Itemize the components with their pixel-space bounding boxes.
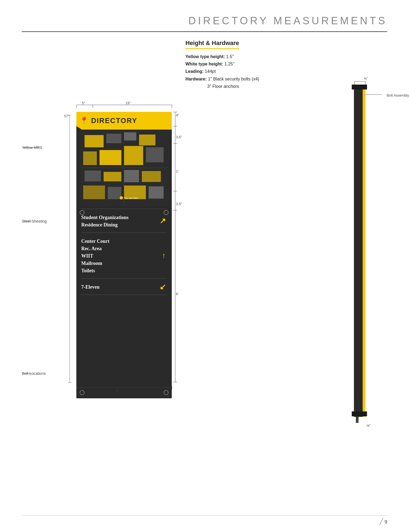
sign-item-toilets: Toilets <box>81 267 153 274</box>
svg-rect-14 <box>142 171 161 182</box>
dim-5-right-tick <box>93 105 93 108</box>
dim-3-4-right-tick <box>365 81 366 85</box>
sign-header-text: DIRECTORY <box>91 116 137 125</box>
divider-4 <box>81 295 167 295</box>
sign-body: 📍 DIRECTORY <box>76 112 172 398</box>
bolt-circle-bottom-right <box>164 390 169 395</box>
sign-item-rec-area: Rec. Area <box>81 245 153 252</box>
dim-5-left-tick <box>76 105 77 108</box>
svg-rect-7 <box>83 151 97 165</box>
spec-label-2: White type height: <box>185 62 223 66</box>
sign-item-residence-dining: Residence Dining <box>81 221 153 229</box>
svg-rect-6 <box>139 135 155 145</box>
bolt-locations-annotation: Bolt Locations <box>22 373 32 373</box>
sign-group-1: Student Organizations Residence Dining ↗ <box>81 209 167 232</box>
svg-rect-15 <box>83 186 105 199</box>
sign-map: You are here <box>79 130 169 206</box>
dim-3-5-bot-label: 3.5'' <box>176 202 182 206</box>
spec-value-5: 3" Floor anchors <box>207 84 239 89</box>
sign-item-mailroom: Mailroom <box>81 260 153 267</box>
pole-yellow-stripe <box>363 89 365 417</box>
dim-57-label: 57" <box>64 114 69 118</box>
bolt-bottom-hardware <box>352 411 367 416</box>
svg-rect-8 <box>100 150 121 165</box>
sign-content: Student Organizations Residence Dining ↗… <box>76 209 172 295</box>
dim-2ft-line <box>76 387 172 388</box>
svg-rect-9 <box>124 146 143 165</box>
pole-body <box>354 89 363 417</box>
arrow-1: ↗ <box>160 216 166 225</box>
dim-3_5-bot-vline <box>175 191 175 210</box>
yellow-mrs-label: Yellow MRS <box>22 145 42 150</box>
dim-6ft-label: 6' <box>176 292 179 296</box>
svg-point-19 <box>120 196 123 199</box>
sign-group-3: 7-Eleven ↙ <box>81 279 167 295</box>
svg-rect-18 <box>149 186 164 199</box>
bolt-assembly-label: Bolt Assembly <box>387 93 409 97</box>
dim-57-top-tick <box>68 115 71 115</box>
top-rule <box>22 31 387 32</box>
svg-rect-12 <box>104 172 121 181</box>
svg-rect-16 <box>108 187 121 199</box>
dim-4-vline <box>175 112 175 126</box>
spec-label-1: Yellow type height: <box>185 54 225 59</box>
page-num: 9 <box>384 519 387 525</box>
svg-rect-3 <box>85 135 104 147</box>
svg-text:You are here: You are here <box>124 197 138 199</box>
hardware-section: Height & Hardware Yellow type height: 1.… <box>185 40 376 90</box>
svg-rect-5 <box>124 132 136 141</box>
bolt-top-hardware <box>352 85 367 89</box>
sign-header: 📍 DIRECTORY <box>76 112 172 130</box>
spec-label-3: Leading: <box>185 69 204 74</box>
svg-rect-11 <box>85 171 101 181</box>
dim-6ft-vline <box>175 210 175 382</box>
spec-label-4: Hardware: <box>185 77 207 81</box>
spec-value-3: 144pt <box>204 69 216 74</box>
bottom-rule <box>22 515 387 516</box>
dim-6ft-bot <box>173 382 177 382</box>
hardware-specs: Yellow type height: 1.5'' White type hei… <box>185 53 376 90</box>
sign-item-7-eleven: 7-Eleven <box>81 283 153 291</box>
spec-value-1: 1.5'' <box>225 54 234 59</box>
dim-3-5-top-label: 3.5'' <box>176 135 182 139</box>
dim-57-vline <box>70 115 70 382</box>
dim-3-4-label: ¾'' <box>364 76 368 80</box>
bolt-circle-bottom-left <box>80 390 85 395</box>
dim-4-label: 4'' <box>176 113 179 117</box>
steel-sheeting-annotation: Steel Sheeting <box>22 221 32 221</box>
arrow-3: ↙ <box>160 282 166 291</box>
yellow-mrs-annotation: Yellow MRS <box>22 147 40 148</box>
dim-19-label: 19'' <box>125 101 131 105</box>
location-pin-icon: 📍 <box>80 116 88 125</box>
sign-item-center-court: Center Court <box>81 238 153 245</box>
steel-sheeting-label: Steel Sheeting <box>22 219 47 223</box>
sign-group-2: Center Court Rec. Area WIIT Mailroom Toi… <box>81 233 167 278</box>
svg-rect-4 <box>106 134 121 143</box>
dim-1ft-vline <box>175 143 175 191</box>
pole-base-detail <box>356 417 359 423</box>
dim-2ft-label: 2' <box>116 389 119 393</box>
page-slash-icon: ╱ <box>380 518 383 525</box>
dim-2ft-right <box>172 386 172 389</box>
sign-item-student-orgs: Student Organizations <box>81 214 153 221</box>
bolt-assembly-line <box>365 94 382 95</box>
sign-item-wiit: WIIT <box>81 252 153 260</box>
svg-rect-10 <box>146 147 164 162</box>
page-number: ╱ 9 <box>380 518 387 525</box>
dim-1ft-label: 1' <box>176 169 179 173</box>
hardware-title: Height & Hardware <box>185 40 239 49</box>
dim-57-bot-tick <box>68 382 71 383</box>
dim-19-right-tick <box>172 105 172 108</box>
dim-19-line <box>93 105 172 105</box>
bolt-locations-label: Bolt Locations <box>22 371 46 376</box>
dim-2ft-left <box>76 386 77 389</box>
dim-1-8-label: ⅛'' <box>366 423 371 428</box>
svg-rect-13 <box>124 170 139 182</box>
page-title: DIRECTORY MEASUREMENTS <box>188 15 387 27</box>
arrow-2: ↑ <box>162 251 166 260</box>
dim-5-label: 5'' <box>82 101 85 105</box>
dim-3_5-top-vline <box>175 126 175 143</box>
dim-3-4-left-tick <box>354 81 355 85</box>
map-inner: You are here <box>79 130 169 206</box>
spec-value-2: 1.25'' <box>223 62 235 66</box>
